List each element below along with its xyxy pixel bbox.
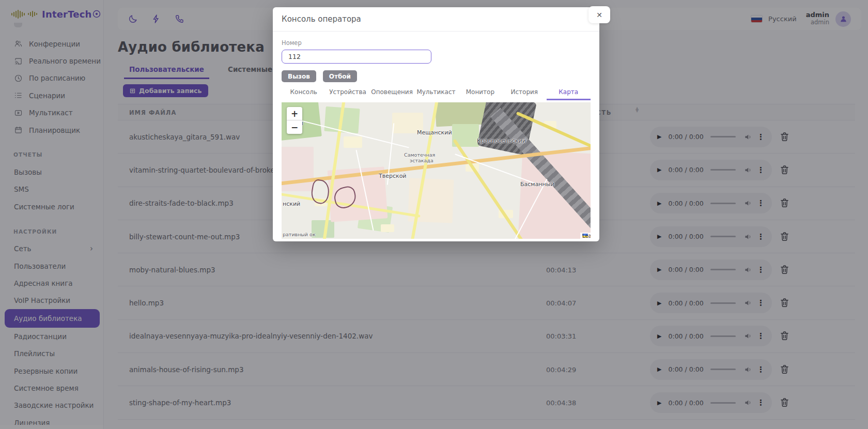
modal-tab-монитор[interactable]: Монитор bbox=[458, 85, 502, 100]
map-place-label: Тверской bbox=[379, 173, 407, 179]
map-zoom-control: + − bbox=[287, 107, 302, 134]
modal-tab-консоль[interactable]: Консоль bbox=[282, 85, 326, 100]
leaflet-map[interactable]: ойМещанскийКрасносельскийСамотечнаяэстак… bbox=[282, 102, 591, 239]
modal-title: Консоль оператора bbox=[282, 14, 361, 24]
zoom-in-button[interactable]: + bbox=[287, 107, 302, 120]
map-place-label: ративный ок bbox=[283, 232, 316, 237]
modal-tab-история[interactable]: История bbox=[502, 85, 546, 100]
map-place-label: нский bbox=[283, 201, 300, 207]
map-place-label: Мещанский bbox=[417, 129, 452, 136]
operator-console-modal: ✕ Консоль оператора Номер Вызов Отбой Ко… bbox=[273, 7, 599, 241]
map-place-label: Басманный bbox=[520, 181, 554, 188]
map-place-label: эстакада bbox=[410, 158, 433, 163]
close-icon[interactable]: ✕ bbox=[588, 6, 610, 23]
map-building bbox=[344, 136, 362, 148]
modal-tab-мультикаст[interactable]: Мультикаст bbox=[414, 85, 458, 100]
map-building bbox=[381, 224, 394, 232]
map-attribution[interactable]: Leaflet bbox=[580, 233, 591, 239]
zoom-out-button[interactable]: − bbox=[287, 120, 302, 134]
number-label: Номер bbox=[282, 39, 591, 47]
map-place-label: Самотечная bbox=[404, 152, 435, 158]
call-controls: Вызов Отбой bbox=[282, 70, 591, 82]
call-button[interactable]: Вызов bbox=[282, 70, 316, 82]
modal-tab-карта[interactable]: Карта bbox=[547, 85, 591, 100]
modal-tab-устройства[interactable]: Устройства bbox=[326, 85, 369, 100]
hangup-button[interactable]: Отбой bbox=[323, 70, 357, 82]
map-road-yellow bbox=[453, 139, 524, 239]
map-district-patch bbox=[518, 150, 591, 239]
map-place-label: Красносельский bbox=[477, 137, 526, 144]
modal-header: Консоль оператора bbox=[273, 7, 599, 32]
number-input[interactable] bbox=[282, 50, 431, 64]
modal-body: Номер Вызов Отбой КонсольУстройстваОпове… bbox=[273, 32, 599, 239]
modal-tabs: КонсольУстройстваОповещенияМультикастМон… bbox=[282, 85, 591, 100]
leaflet-label: Leaflet bbox=[582, 233, 591, 239]
modal-tab-оповещения[interactable]: Оповещения bbox=[370, 85, 414, 100]
